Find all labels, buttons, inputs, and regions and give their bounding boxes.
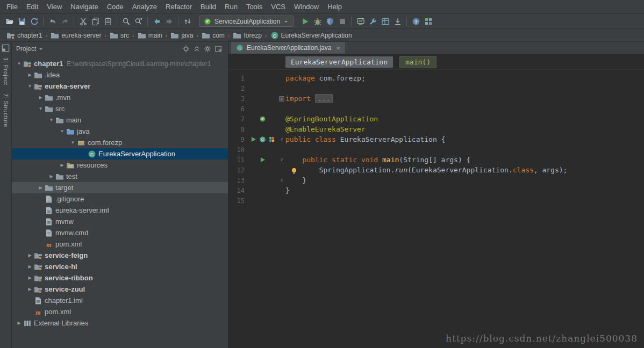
fold-marker[interactable]: ∨ <box>278 137 285 142</box>
tree-item-src[interactable]: ▼src <box>12 103 228 114</box>
intention-bulb-icon[interactable] <box>290 167 298 175</box>
collapsed-arrow-icon[interactable]: ▶ <box>47 174 55 179</box>
hide-button[interactable] <box>213 44 224 54</box>
spring-gutter-icon[interactable] <box>259 115 266 122</box>
tree-item-main[interactable]: ▼main <box>12 114 228 126</box>
collapsed-arrow-icon[interactable]: ▶ <box>26 276 34 280</box>
fold-marker[interactable]: + <box>278 96 285 102</box>
wrench-button[interactable] <box>367 15 379 27</box>
expanded-arrow-icon[interactable]: ▼ <box>15 61 23 66</box>
breadcrumb-eurekaserverapplication[interactable]: CEurekaServerApplication <box>269 31 353 40</box>
expanded-arrow-icon[interactable]: ▼ <box>37 106 45 111</box>
back-button[interactable] <box>151 15 163 27</box>
editor-tab[interactable]: C EurekaServerApplication.java × <box>231 42 345 54</box>
expanded-arrow-icon[interactable]: ▼ <box>58 129 66 134</box>
structure-button[interactable] <box>422 15 434 27</box>
expanded-arrow-icon[interactable]: ▼ <box>26 84 34 89</box>
tree-item-target[interactable]: ▶target <box>12 182 228 193</box>
debug-button[interactable] <box>311 15 324 27</box>
tree-item-chapter1[interactable]: ▼chapter1E:\workspace\SpringCloudLearnin… <box>12 58 228 69</box>
menu-item-run[interactable]: Run <box>220 1 242 12</box>
tree-item-resources[interactable]: ▶resources <box>12 160 228 171</box>
breadcrumb-chapter1[interactable]: chapter1 <box>5 31 44 40</box>
collapsed-arrow-icon[interactable]: ▶ <box>26 253 34 258</box>
save-button[interactable] <box>16 15 28 27</box>
collapseall-button[interactable] <box>191 44 202 54</box>
collapsed-arrow-icon[interactable]: ▶ <box>58 163 66 168</box>
tree-item-mvnw-cmd[interactable]: mvnw.cmd <box>12 227 228 238</box>
tree-item-service-ribbon[interactable]: ▶service-ribbon <box>12 272 228 284</box>
tree-item-pom-xml[interactable]: mpom.xml <box>12 238 228 250</box>
locate-button[interactable] <box>181 44 191 54</box>
menu-item-window[interactable]: Window <box>290 1 323 12</box>
run-gutter-icon[interactable] <box>259 156 266 163</box>
code-editor[interactable]: 1package com.forezp;23+import ...67@Spri… <box>228 70 644 348</box>
tree-item-gitignore[interactable]: .gitignore <box>12 193 228 205</box>
collapsed-arrow-icon[interactable]: ▶ <box>26 287 34 292</box>
tree-item-mvn[interactable]: ▶.mvn <box>12 92 228 103</box>
download-button[interactable] <box>391 15 404 27</box>
menu-item-edit[interactable]: Edit <box>22 1 42 12</box>
chevron-down-icon[interactable] <box>38 46 44 52</box>
tree-item-service-zuul[interactable]: ▶service-zuul <box>12 284 228 295</box>
compare-button[interactable] <box>181 15 194 27</box>
breadcrumb-eureka-server[interactable]: eureka-server <box>49 31 102 40</box>
breadcrumb-forezp[interactable]: forezp <box>232 31 262 40</box>
tool-window-switcher-icon[interactable] <box>2 44 10 52</box>
structure-tool-window-button[interactable]: 7: Structure <box>3 93 9 127</box>
menu-item-help[interactable]: Help <box>323 1 346 12</box>
replace-button[interactable] <box>132 15 145 27</box>
expanded-arrow-icon[interactable]: ▼ <box>69 140 77 145</box>
tree-item-idea[interactable]: ▶.idea <box>12 69 228 81</box>
tree-item-test[interactable]: ▶test <box>12 171 228 182</box>
collapsed-arrow-icon[interactable]: ▶ <box>15 321 23 325</box>
menu-item-file[interactable]: File <box>2 1 22 12</box>
menu-item-build[interactable]: Build <box>196 1 220 12</box>
menu-item-refactor[interactable]: Refactor <box>161 1 196 12</box>
editor-breadcrumb-main[interactable]: main() <box>399 56 437 68</box>
close-icon[interactable]: × <box>336 45 340 52</box>
table-button[interactable] <box>379 15 391 27</box>
tree-item-java[interactable]: ▼java <box>12 126 228 137</box>
stop-button[interactable] <box>336 15 348 27</box>
tree-item-pom-xml[interactable]: mpom.xml <box>12 306 228 317</box>
tree-item-service-hi[interactable]: ▶service-hi <box>12 261 228 272</box>
menu-item-vcs[interactable]: VCS <box>267 1 290 12</box>
collapsed-arrow-icon[interactable]: ▶ <box>37 185 45 190</box>
coverage-button[interactable] <box>324 15 336 27</box>
tree-item-mvnw[interactable]: mvnw <box>12 216 228 227</box>
expanded-arrow-icon[interactable]: ▼ <box>47 118 55 122</box>
editor-breadcrumb-eurekaserverapplication[interactable]: EurekaServerApplication <box>285 56 393 68</box>
fold-marker[interactable]: ∧ <box>278 178 285 183</box>
menu-item-view[interactable]: View <box>42 1 66 12</box>
sync-button[interactable] <box>28 15 40 27</box>
open-button[interactable] <box>3 15 16 27</box>
panel-title[interactable]: Project <box>16 45 36 53</box>
menu-item-analyze[interactable]: Analyze <box>128 1 161 12</box>
breadcrumb-src[interactable]: src <box>109 31 130 40</box>
breadcrumb-com[interactable]: com <box>201 31 226 40</box>
tree-item-eureka-server[interactable]: ▼eureka-server <box>12 81 228 92</box>
tree-item-eureka-server-iml[interactable]: eureka-server.iml <box>12 205 228 216</box>
run-configuration-select[interactable]: ServiceZuulApplication <box>199 16 294 27</box>
collapsed-arrow-icon[interactable]: ▶ <box>26 264 34 269</box>
paste-button[interactable] <box>102 15 114 27</box>
copy-button[interactable] <box>89 15 102 27</box>
cut-button[interactable] <box>77 15 89 27</box>
breadcrumb-java[interactable]: java <box>169 31 194 40</box>
tree-item-service-feign[interactable]: ▶service-feign <box>12 250 228 261</box>
tree-item-eurekaserverapplication[interactable]: CEurekaServerApplication <box>12 148 228 160</box>
undo-button[interactable] <box>46 15 59 27</box>
help-button[interactable]: ? <box>410 15 422 27</box>
breadcrumb-main[interactable]: main <box>137 31 163 40</box>
fold-marker[interactable]: ∨ <box>278 157 285 162</box>
run-gutter-icon[interactable] <box>250 136 257 143</box>
class-gutter-icon[interactable]: C <box>259 136 266 143</box>
tree-item-com-forezp[interactable]: ▼com.forezp <box>12 137 228 148</box>
tree-item-external-libraries[interactable]: ▶External Libraries <box>12 317 228 329</box>
menu-item-tools[interactable]: Tools <box>242 1 267 12</box>
tree-item-chapter1-iml[interactable]: chapter1.iml <box>12 295 228 306</box>
project-tool-window-button[interactable]: 1: Project <box>3 57 9 85</box>
redo-button[interactable] <box>59 15 71 27</box>
collapsed-arrow-icon[interactable]: ▶ <box>37 95 45 100</box>
